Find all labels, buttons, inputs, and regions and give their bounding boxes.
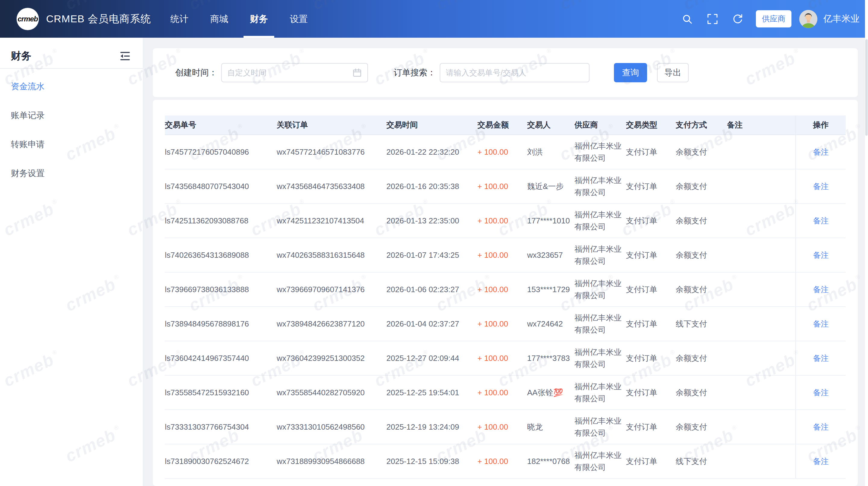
sidebar-item-3[interactable]: 转账申请 — [0, 130, 143, 159]
cell-supplier: 福州亿丰米业有限公司 — [575, 375, 626, 410]
cell-supplier: 福州亿丰米业有限公司 — [575, 169, 626, 204]
order-search-label: 订单搜索： — [394, 67, 440, 79]
scrollbar[interactable] — [865, 0, 868, 486]
order-search-field[interactable] — [446, 68, 584, 78]
cell-trader: 177****1010 — [527, 204, 575, 238]
sidebar-item-1[interactable]: 资金流水 — [0, 72, 143, 101]
cell-actions: 备注 — [796, 238, 846, 272]
cell-payment: 余额支付 — [676, 341, 727, 375]
cell-payment: 余额支付 — [676, 238, 727, 272]
cell-trader: 晓龙 — [527, 410, 575, 444]
table-row: ls742511362093088768wx742511232107413504… — [165, 204, 846, 238]
cell-type: 支付订单 — [626, 307, 676, 341]
cell-amount: + 100.00 — [477, 375, 527, 410]
cell-remark — [727, 204, 796, 238]
order-search-input[interactable] — [440, 63, 590, 82]
cell-order: wx740263588316315648 — [277, 238, 386, 272]
column-header-5: 交易人 — [527, 116, 575, 135]
cell-order: wx733313010562498560 — [277, 410, 386, 444]
cell-payment: 余额支付 — [676, 204, 727, 238]
cell-time: 2025-12-25 19:54:01 — [386, 375, 477, 410]
remark-action-link[interactable]: 备注 — [813, 216, 829, 225]
app-title: CRMEB 会员电商系统 — [46, 12, 151, 26]
current-user-name[interactable]: 亿丰米业 — [824, 13, 860, 25]
cell-type: 支付订单 — [626, 169, 676, 204]
cell-trader: 刘洪 — [527, 135, 575, 169]
cell-supplier: 福州亿丰米业有限公司 — [575, 238, 626, 272]
column-header-10: 操作 — [796, 116, 846, 135]
calendar-icon[interactable] — [352, 68, 362, 78]
main-content: 创建时间： 订单搜索： 查询 导出 — [143, 38, 868, 486]
cell-amount: + 100.00 — [477, 238, 527, 272]
filter-bar: 创建时间： 订单搜索： 查询 导出 — [153, 48, 858, 97]
table-row: ls735585472515932160wx735585440282705920… — [165, 375, 846, 410]
cell-payment: 线下支付 — [676, 444, 727, 479]
cell-trader: 魏近&一步 — [527, 169, 575, 204]
cell-time: 2026-01-13 22:35:00 — [386, 204, 477, 238]
table-row: ls731890030762524672wx731889930954866688… — [165, 444, 846, 479]
table-row: ls745772176057040896wx745772146571083776… — [165, 135, 846, 169]
top-navbar: crmeb CRMEB 会员电商系统 统计商城财务设置 供应商 — [0, 0, 868, 38]
nav-item-2[interactable]: 商城 — [210, 0, 229, 38]
cell-supplier: 福州亿丰米业有限公司 — [575, 272, 626, 307]
remark-action-link[interactable]: 备注 — [813, 457, 829, 466]
export-button[interactable]: 导出 — [657, 63, 689, 82]
cell-supplier: 福州亿丰米业有限公司 — [575, 444, 626, 479]
fullscreen-icon[interactable] — [707, 13, 718, 25]
table-row: ls733313037766754304wx733313010562498560… — [165, 410, 846, 444]
cell-type: 支付订单 — [626, 444, 676, 479]
cell-time: 2026-01-07 17:43:25 — [386, 238, 477, 272]
remark-action-link[interactable]: 备注 — [813, 422, 829, 431]
app-logo: crmeb — [17, 8, 39, 30]
remark-action-link[interactable]: 备注 — [813, 319, 829, 328]
cell-amount: + 100.00 — [477, 135, 527, 169]
sidebar-item-4[interactable]: 财务设置 — [0, 159, 143, 188]
sidebar-title: 财务 — [11, 49, 31, 63]
remark-action-link[interactable]: 备注 — [813, 182, 829, 191]
remark-action-link[interactable]: 备注 — [813, 250, 829, 260]
date-range-field[interactable] — [227, 68, 350, 78]
cell-supplier: 福州亿丰米业有限公司 — [575, 341, 626, 375]
avatar[interactable] — [799, 10, 817, 28]
collapse-menu-icon[interactable] — [119, 50, 131, 62]
nav-item-3[interactable]: 财务 — [249, 0, 269, 38]
column-header-1: 交易单号 — [165, 116, 277, 135]
column-header-3: 交易时间 — [386, 116, 477, 135]
cell-order: wx736042399251300352 — [277, 341, 386, 375]
cell-actions: 备注 — [796, 341, 846, 375]
table-row: ls736042414967357440wx736042399251300352… — [165, 341, 846, 375]
table-row: ls738948495678898176wx738948426623877120… — [165, 307, 846, 341]
refresh-icon[interactable] — [732, 13, 744, 25]
cell-id: ls740263654313689088 — [165, 238, 277, 272]
cell-type: 支付订单 — [626, 375, 676, 410]
cell-id: ls735585472515932160 — [165, 375, 277, 410]
nav-item-1[interactable]: 统计 — [170, 0, 189, 38]
remark-action-link[interactable]: 备注 — [813, 147, 829, 156]
cell-actions: 备注 — [796, 204, 846, 238]
remark-action-link[interactable]: 备注 — [813, 285, 829, 294]
main-nav: 统计商城财务设置 — [170, 0, 329, 38]
column-header-9: 备注 — [727, 116, 796, 135]
cell-payment: 余额支付 — [676, 135, 727, 169]
remark-action-link[interactable]: 备注 — [813, 354, 829, 363]
table-row: ls740263654313689088wx740263588316315648… — [165, 238, 846, 272]
cell-id: ls736042414967357440 — [165, 341, 277, 375]
cell-trader: wx323657 — [527, 238, 575, 272]
cell-order: wx735585440282705920 — [277, 375, 386, 410]
query-button[interactable]: 查询 — [614, 63, 647, 82]
cell-trader: AA张铨💯 — [527, 375, 575, 410]
sidebar-item-2[interactable]: 账单记录 — [0, 101, 143, 130]
cell-type: 支付订单 — [626, 204, 676, 238]
cell-id: ls742511362093088768 — [165, 204, 277, 238]
date-range-input[interactable] — [221, 63, 368, 82]
scrollbar-thumb[interactable] — [865, 39, 868, 136]
column-header-4: 交易金额 — [477, 116, 527, 135]
remark-action-link[interactable]: 备注 — [813, 388, 829, 397]
nav-item-4[interactable]: 设置 — [289, 0, 308, 38]
navbar-right: 供应商 亿丰米业 — [668, 10, 860, 28]
cell-amount: + 100.00 — [477, 444, 527, 479]
cell-amount: + 100.00 — [477, 204, 527, 238]
cell-time: 2026-01-06 02:23:27 — [386, 272, 477, 307]
search-icon[interactable] — [681, 13, 693, 25]
supplier-badge[interactable]: 供应商 — [756, 10, 792, 27]
